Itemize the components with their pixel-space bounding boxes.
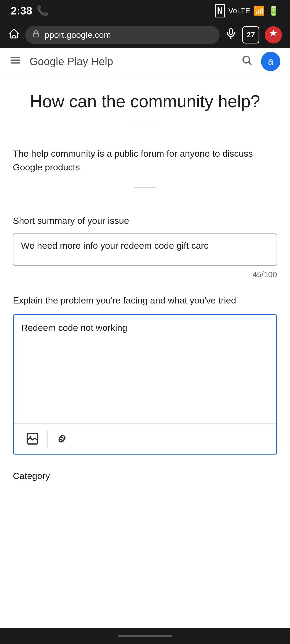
summary-input[interactable]: [13, 233, 277, 266]
insert-link-button[interactable]: [50, 429, 74, 448]
bottom-indicator: [118, 635, 172, 637]
url-text: pport.google.com: [45, 30, 213, 40]
svg-rect-1: [230, 29, 233, 35]
tabs-button[interactable]: 27: [242, 26, 259, 43]
phone-icon: 📞: [37, 5, 49, 16]
browser-account-icon: [269, 29, 278, 41]
status-bar: 2:38 📞 N VoLTE 📶 🔋: [0, 0, 290, 21]
page-title: How can the community help?: [13, 91, 277, 112]
svg-rect-0: [34, 34, 39, 37]
explain-textarea[interactable]: [14, 315, 276, 422]
user-avatar[interactable]: a: [261, 52, 280, 71]
summary-section: Short summary of your issue 45/100: [13, 200, 277, 279]
summary-label: Short summary of your issue: [13, 215, 277, 226]
signal-icon: 📶: [253, 5, 265, 16]
description-section: The help community is a public forum for…: [13, 134, 277, 200]
textarea-toolbar: [14, 423, 276, 454]
app-header: Google Play Help a: [0, 48, 290, 75]
description-divider: [134, 187, 156, 188]
browser-bar: pport.google.com 27: [0, 21, 290, 48]
toolbar-divider: [47, 431, 48, 447]
status-icons: N VoLTE 📶 🔋: [215, 4, 279, 17]
battery-icon: 🔋: [268, 5, 279, 16]
main-content: How can the community help? The help com…: [0, 75, 290, 492]
category-section: Category: [13, 455, 277, 492]
description-text: The help community is a public forum for…: [13, 147, 277, 174]
nfc-icon: N: [215, 4, 225, 17]
volte-icon: VoLTE: [228, 6, 250, 15]
menu-button[interactable]: [10, 54, 21, 68]
status-time: 2:38: [11, 5, 32, 17]
explain-textarea-wrapper: [13, 314, 277, 455]
explain-label: Explain the problem you're facing and wh…: [13, 294, 277, 307]
explain-section: Explain the problem you're facing and wh…: [13, 279, 277, 455]
title-divider: [134, 123, 156, 123]
insert-image-button[interactable]: [20, 429, 45, 448]
page-title-section: How can the community help?: [13, 75, 277, 134]
browser-account-button[interactable]: [265, 26, 282, 43]
user-initial: a: [268, 56, 273, 67]
app-title: Google Play Help: [30, 56, 233, 68]
bottom-nav-bar: [0, 628, 290, 644]
lock-icon: [32, 30, 40, 40]
search-button[interactable]: [241, 54, 252, 68]
url-bar[interactable]: pport.google.com: [25, 26, 220, 44]
microphone-button[interactable]: [225, 28, 237, 42]
home-button[interactable]: [8, 28, 20, 42]
char-count: 45/100: [13, 270, 277, 279]
tab-count: 27: [247, 31, 255, 39]
category-label: Category: [13, 471, 50, 481]
